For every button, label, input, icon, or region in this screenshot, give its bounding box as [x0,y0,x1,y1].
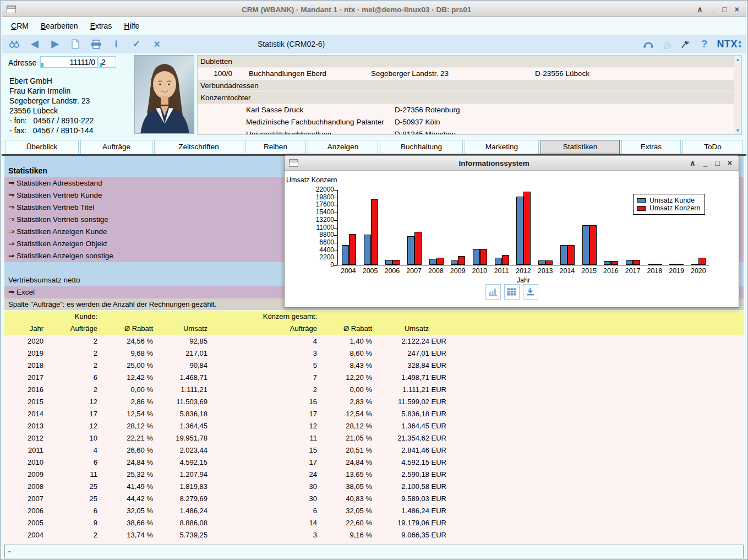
table-cell: 30 [208,493,317,505]
tab-aufträge[interactable]: Aufträge [80,140,152,154]
menu-item-extras[interactable]: Extras [85,20,117,32]
maximize-button[interactable]: □ [722,6,727,13]
tab-marketing[interactable]: Marketing [465,140,539,154]
y-tick-19800: 19800 [286,193,334,201]
dubletten-scrollbar[interactable]: ▲ ▼ [734,56,741,134]
pin-icon[interactable] [680,38,692,50]
bar-umsatz-konzern-2005 [371,199,378,265]
table-cell: 12 [43,420,97,432]
tab-statistiken[interactable]: Statistiken [540,140,620,154]
menu-item-hilfe[interactable]: Hilfe [119,20,144,32]
table-row-2014[interactable]: 20141712,54 %5.836,181712,54 %5.836,18 E… [4,408,744,420]
shade-button[interactable]: ∧ [697,6,702,13]
table-row-2009[interactable]: 20091125,32 %1.207,942413,65 %2.590,18 E… [4,469,744,481]
y-tick-8800: 8800 [286,231,334,238]
hand-icon[interactable] [661,38,673,50]
chart-view-button[interactable] [485,284,501,300]
scroll-up-icon[interactable]: ▲ [734,56,741,63]
bar-umsatz-kunde-2009 [451,260,458,265]
dubletten-row-universitätsbuchhandlung[interactable]: UniversitätsbuchhandlungD-81245 München [198,128,734,134]
cancel-icon[interactable]: × [151,38,163,50]
table-cell: 22,21 % [97,432,153,444]
table-cell: 13,65 % [317,469,372,481]
chart-title: Umsatz Konzern [286,176,337,184]
table-view-button[interactable] [504,284,520,300]
phone-icon[interactable] [642,38,654,50]
x-tick-2004: 2004 [337,267,359,275]
table-cell: 5.836,18 EUR [372,408,446,420]
summary-table: 2020224,56 %92,8541,40 %2.122,24 EUR2019… [4,335,744,543]
tab-anzeigen[interactable]: Anzeigen [308,140,378,154]
table-cell: 15 [208,444,317,456]
bar-umsatz-konzern-2013 [545,260,553,265]
tab-reihen[interactable]: Reihen [245,140,306,154]
close-button[interactable]: × [735,6,739,13]
bar-umsatz-kunde-2014 [560,245,567,265]
popup-minimize-button[interactable]: _ [703,159,708,167]
popup-title: Informationssystem [298,159,690,167]
table-row-2019[interactable]: 201929,68 %217,0138,60 %247,01 EUR [4,347,744,360]
menu-bar: CRMBearbeitenExtrasHilfe [2,17,746,35]
dubletten-row-karl-sasse-druck[interactable]: Karl Sasse DruckD-27356 Rotenburg [198,104,734,116]
menu-item-crm[interactable]: CRM [6,20,34,32]
tab-todo[interactable]: ToDo [683,140,743,154]
table-row-2006[interactable]: 2006632,05 %1.486,24632,05 %1.486,24 EUR [4,505,744,517]
address-line-0: Ebert GmbH [9,76,134,86]
window-icon[interactable] [7,6,16,13]
dubletten-city: D-81245 München [395,128,734,134]
table-row-2012[interactable]: 20121022,21 %19.951,781121,05 %21.354,62… [4,432,744,444]
scroll-down-icon[interactable]: ▼ [734,127,741,134]
table-row-2008[interactable]: 20082541,49 %1.819,833038,05 %2.100,58 E… [4,481,744,493]
table-cell: 40,83 % [317,493,372,505]
new-document-icon[interactable] [69,38,81,50]
address-number-input[interactable] [40,56,98,68]
popup-maximize-button[interactable]: □ [715,159,719,167]
info-icon[interactable]: i [110,38,122,50]
table-cell: 5.836,18 [153,408,208,420]
download-button[interactable] [523,284,538,300]
kunde-group-label: Kunde: [43,311,97,323]
popup-shade-button[interactable]: ∧ [690,159,695,167]
table-row-2015[interactable]: 2015122,86 %11.503,69162,83 %11.599,02 E… [4,396,744,408]
tab-überblick[interactable]: Überblick [5,140,79,154]
dubletten-name: Buchhandlungen Eberd [232,68,371,80]
print-icon[interactable] [90,38,102,50]
popup-titlebar[interactable]: Informationssystem ∧ _ □ × [285,156,739,171]
table-cell: 1.486,24 [153,505,208,517]
forward-icon[interactable]: ▶ [49,38,61,50]
table-row-2011[interactable]: 2011426,60 %2.023,441520,51 %2.841,46 EU… [4,444,744,456]
table-row-2017[interactable]: 2017612,42 %1.468,71712,20 %1.498,71 EUR [4,372,744,384]
tab-extras[interactable]: Extras [621,140,681,154]
table-row-2004[interactable]: 2004213,74 %5.739,2539,16 %9.066,35 EUR [4,529,744,541]
table-cell: 328,84 EUR [372,360,446,372]
back-icon[interactable]: ◀ [29,38,41,50]
tab-zeitschriften[interactable]: Zeitschriften [154,140,243,154]
minimize-button[interactable]: _ [711,6,715,13]
confirm-icon[interactable]: ✓ [130,38,143,50]
summary-table-band: 2020224,56 %92,8541,40 %2.122,24 EUR2019… [2,335,746,543]
dubletten-row-buchhandlungen-eberd[interactable]: 100/0Buchhandlungen EberdSegeberger Land… [198,68,734,80]
table-cell: 11 [208,432,317,444]
table-row-2016[interactable]: 201620,00 %1.111,2120,00 %1.111,21 EUR [4,384,744,396]
bar-umsatz-konzern-2012 [523,192,531,265]
popup-window-icon[interactable] [289,159,298,167]
table-row-2005[interactable]: 2005938,66 %8.886,081422,60 %19.179,06 E… [4,517,744,529]
table-row-2010[interactable]: 2010624,84 %4.592,151724,84 %4.592,15 EU… [4,456,744,469]
popup-close-button[interactable]: × [728,159,732,167]
help-icon[interactable]: ? [698,38,711,50]
dubletten-row-medizinische-fachbuchhandlung-palanter[interactable]: Medizinische Fachbuchhandlung PalanterD-… [198,116,734,128]
address-sub-input[interactable] [99,56,116,68]
table-cell: 2011 [4,444,43,456]
address-number-field [40,56,98,68]
table-row-2007[interactable]: 20072544,42 %8.279,693040,83 %9.589,03 E… [4,493,744,505]
bar-umsatz-kunde-2017 [626,260,633,265]
table-row-2013[interactable]: 20131228,12 %1.364,451228,12 %1.364,45 E… [4,420,744,432]
tab-buchhaltung[interactable]: Buchhaltung [380,140,463,154]
table-row-2020[interactable]: 2020224,56 %92,8541,40 %2.122,24 EUR [4,335,744,347]
table-cell: 2010 [4,456,43,469]
table-row-2018[interactable]: 2018225,00 %90,8458,43 %328,84 EUR [4,360,744,372]
table-cell: 4 [208,335,317,347]
bar-umsatz-kunde-2013 [538,260,545,265]
menu-item-bearbeiten[interactable]: Bearbeiten [36,20,83,32]
search-icon[interactable] [8,38,20,50]
